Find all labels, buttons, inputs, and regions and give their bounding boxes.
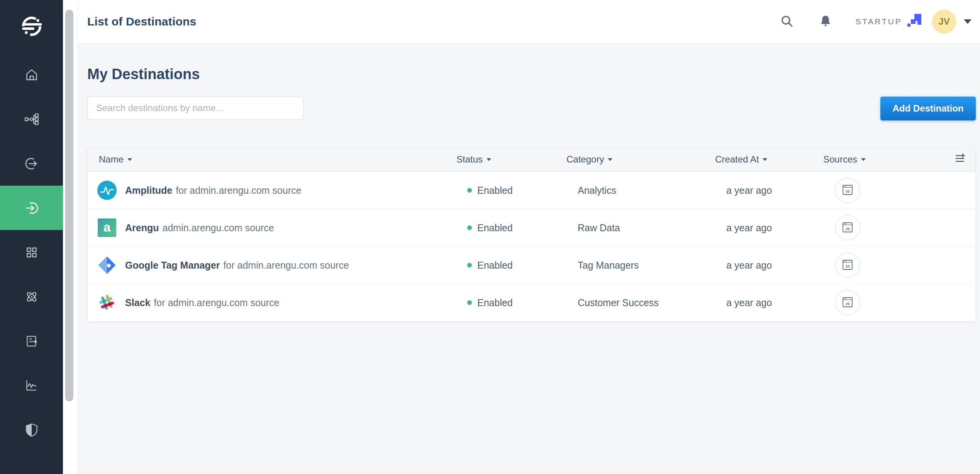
created-at-label: a year ago [715,260,823,271]
topbar-actions: STARTUP JV [780,10,980,34]
avatar-initials: JV [938,16,949,27]
created-at-label: a year ago [715,297,823,308]
status-dot [467,263,472,267]
svg-text:JS: JS [845,227,850,231]
column-settings-button[interactable] [947,152,975,166]
destination-source-suffix: for admin.arengu.com source [223,260,349,271]
category-label: Analytics [566,185,715,196]
column-header-status[interactable]: Status [456,154,566,165]
arrow-out-circle-icon [23,155,40,172]
status-dot [467,188,472,193]
scrollbar-track [63,0,78,474]
sort-caret-icon [487,158,491,161]
destination-name: Slack [125,297,150,308]
table-row[interactable]: Google Tag Manager for admin.arengu.com … [88,246,975,284]
sort-caret-icon [861,158,866,161]
source-js-badge[interactable]: JS [835,290,860,315]
destination-source-suffix: for admin.arengu.com source [154,297,279,308]
status-label: Enabled [477,260,513,271]
atom-icon [23,288,40,305]
svg-text:JS: JS [845,189,850,193]
destination-name: Amplitude [125,185,172,196]
journey-icon [24,333,40,349]
workspace-menu[interactable]: STARTUP JV [855,10,972,34]
arengu-icon: a [97,218,117,237]
source-js-badge[interactable]: JS [835,252,860,278]
flow-icon [24,111,40,127]
sidebar-item-connections[interactable] [0,97,63,141]
topbar: List of Destinations [78,0,980,44]
scrollbar-thumb[interactable] [65,10,73,401]
google-tag-manager-icon [97,256,117,275]
column-header-created-at[interactable]: Created At [715,154,823,165]
sidebar-item-privacy[interactable] [0,408,63,452]
destination-name: Arengu [125,222,159,234]
slack-icon [97,293,117,312]
status-label: Enabled [477,297,513,308]
avatar: JV [932,10,956,34]
svg-text:a: a [103,220,111,234]
grid-icon [24,244,40,261]
status-label: Enabled [477,185,513,196]
workspace-name: STARTUP [855,17,902,26]
category-label: Tag Managers [566,260,715,271]
svg-text:JS: JS [845,264,850,268]
column-header-sources[interactable]: Sources [823,154,947,165]
source-js-badge[interactable]: JS [835,178,860,203]
line-chart-icon [24,378,40,394]
actions-row: Add Destination [87,96,976,120]
status-dot [467,300,472,305]
table-row[interactable]: a Arengu admin.arengu.com source Enabled… [88,209,975,246]
sidebar-item-home[interactable] [0,52,63,97]
destination-source-suffix: for admin.arengu.com source [176,185,301,196]
category-label: Customer Success [566,297,715,308]
sidebar-item-journeys[interactable] [0,319,63,363]
category-label: Raw Data [566,222,715,234]
search-button[interactable] [780,14,794,30]
svg-text:JS: JS [845,301,850,306]
amplitude-icon [97,181,117,200]
home-icon [24,67,40,83]
status-label: Enabled [477,222,513,234]
sidebar [0,0,63,474]
sidebar-item-catalog[interactable] [0,230,63,274]
table-row[interactable]: Amplitude for admin.arengu.com source En… [88,171,975,209]
add-column-icon [955,152,966,166]
table-row[interactable]: Slack for admin.arengu.com source Enable… [88,284,975,321]
workspace-logo-icon [907,14,921,29]
chevron-down-icon [964,19,972,24]
shield-icon [24,422,40,438]
page-title: List of Destinations [87,15,196,28]
destination-source-suffix: admin.arengu.com source [163,222,274,234]
sidebar-item-analytics[interactable] [0,363,63,408]
sidebar-item-engage[interactable] [0,274,63,319]
bell-icon [818,14,833,30]
source-js-badge[interactable]: JS [835,215,860,240]
arrow-in-circle-icon [23,200,40,217]
column-header-category[interactable]: Category [566,154,715,165]
search-destinations-input[interactable] [87,96,303,120]
sidebar-item-destinations[interactable] [0,186,63,230]
notifications-button[interactable] [818,14,833,30]
content: My Destinations Add Destination Name Sta… [78,44,980,322]
created-at-label: a year ago [715,185,823,196]
sidebar-item-sources[interactable] [0,141,63,186]
app-root: List of Destinations [0,0,980,474]
main-area: List of Destinations [78,0,980,474]
segment-logo-icon[interactable] [0,0,63,52]
sort-caret-icon [127,158,132,161]
destination-name: Google Tag Manager [125,260,220,271]
destinations-table: Name Status Category Created At [87,147,976,322]
section-heading: My Destinations [87,44,976,83]
created-at-label: a year ago [715,222,823,234]
sort-caret-icon [763,158,767,161]
table-header-row: Name Status Category Created At [88,148,975,171]
search-icon [780,14,794,30]
column-header-name[interactable]: Name [88,154,456,165]
status-dot [467,225,472,230]
add-destination-button[interactable]: Add Destination [880,96,976,120]
sidebar-nav [0,52,63,452]
sort-caret-icon [608,158,612,161]
